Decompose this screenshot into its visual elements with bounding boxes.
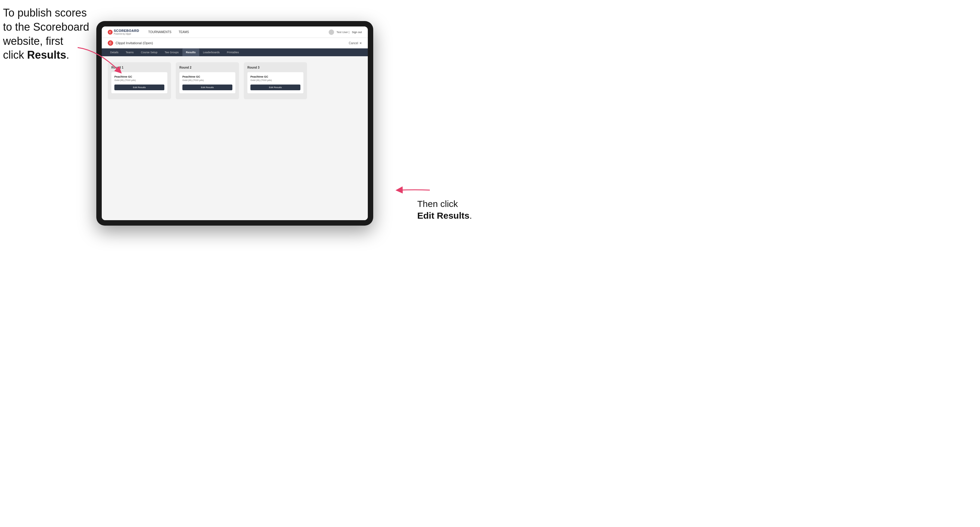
round-2-course-card: Peachtree GC Gold (M) (7010 yds) Edit Re… (180, 72, 235, 93)
round-2-title: Round 2 (180, 66, 235, 69)
instruction-line4: click (3, 49, 27, 61)
tournament-title: Clippd Invitational (Open) (116, 41, 153, 45)
instruction-bottom-punctuation: . (469, 211, 472, 221)
tab-printables[interactable]: Printables (223, 48, 243, 56)
round-2-edit-results-button[interactable]: Edit Results (182, 84, 232, 90)
nav-teams[interactable]: TEAMS (179, 29, 189, 35)
round-3-card: Round 3 Peachtree GC Gold (M) (7010 yds)… (244, 62, 307, 99)
tablet-device: C SCOREBOARD Powered by clippd TOURNAMEN… (96, 21, 373, 225)
user-name: Test User | (337, 31, 350, 34)
tab-results[interactable]: Results (182, 48, 200, 56)
instruction-punctuation: . (66, 49, 69, 61)
sign-out-link[interactable]: Sign out (352, 31, 362, 34)
round-3-course-info: Gold (M) (7010 yds) (250, 79, 301, 81)
round-1-course-card: Peachtree GC Gold (M) (7010 yds) Edit Re… (111, 72, 167, 93)
instruction-line2: to the Scoreboard (3, 21, 89, 33)
cancel-button[interactable]: Cancel ✕ (349, 41, 362, 45)
arrow-to-edit-results (397, 181, 433, 199)
tablet-screen: C SCOREBOARD Powered by clippd TOURNAMEN… (102, 27, 368, 220)
instruction-bold: Results (27, 49, 66, 61)
instruction-top-left: To publish scores to the Scoreboard webs… (3, 6, 89, 62)
logo-c-icon: C (108, 30, 113, 35)
round-2-course-info: Gold (M) (7010 yds) (182, 79, 232, 81)
instruction-bottom-line1: Then click (417, 199, 458, 209)
round-1-course-name: Peachtree GC (115, 75, 164, 78)
tab-bar: Details Teams Course Setup Tee Groups Re… (102, 48, 368, 56)
instruction-line3: website, first (3, 35, 63, 47)
tab-tee-groups[interactable]: Tee Groups (161, 48, 182, 56)
nav-items: TOURNAMENTS TEAMS (148, 29, 329, 35)
instruction-bottom-right: Then click Edit Results. (417, 198, 472, 221)
rounds-grid: Round 1 Peachtree GC Gold (M) (7010 yds)… (108, 62, 362, 99)
round-3-title: Round 3 (247, 66, 303, 69)
close-icon: ✕ (360, 41, 362, 45)
round-3-edit-results-button[interactable]: Edit Results (250, 84, 301, 90)
round-2-course-name: Peachtree GC (182, 75, 232, 78)
user-avatar (329, 30, 334, 35)
logo-text: SCOREBOARD (114, 29, 139, 32)
round-3-course-name: Peachtree GC (250, 75, 301, 78)
round-1-title: Round 1 (111, 66, 167, 69)
logo-text-block: SCOREBOARD Powered by clippd (114, 29, 139, 35)
round-1-card: Round 1 Peachtree GC Gold (M) (7010 yds)… (108, 62, 171, 99)
tournament-c-icon: C (108, 40, 113, 46)
tab-teams[interactable]: Teams (122, 48, 138, 56)
nav-tournaments[interactable]: TOURNAMENTS (148, 29, 171, 35)
instruction-line1: To publish scores (3, 6, 87, 19)
nav-right: Test User | Sign out (329, 30, 362, 35)
logo-area: C SCOREBOARD Powered by clippd (108, 29, 139, 35)
cancel-label: Cancel (349, 41, 358, 45)
top-navbar: C SCOREBOARD Powered by clippd TOURNAMEN… (102, 27, 368, 38)
tournament-header: C Clippd Invitational (Open) Cancel ✕ (102, 38, 368, 48)
tab-course-setup[interactable]: Course Setup (137, 48, 161, 56)
tournament-title-area: C Clippd Invitational (Open) (108, 40, 153, 46)
round-2-card: Round 2 Peachtree GC Gold (M) (7010 yds)… (176, 62, 239, 99)
instruction-bottom-bold: Edit Results (417, 211, 469, 221)
tab-details[interactable]: Details (107, 48, 122, 56)
round-3-course-card: Peachtree GC Gold (M) (7010 yds) Edit Re… (247, 72, 303, 93)
main-content: Round 1 Peachtree GC Gold (M) (7010 yds)… (102, 56, 368, 220)
round-1-edit-results-button[interactable]: Edit Results (115, 84, 164, 90)
round-1-course-info: Gold (M) (7010 yds) (115, 79, 164, 81)
tab-leaderboards[interactable]: Leaderboards (199, 48, 223, 56)
logo-subtitle: Powered by clippd (114, 33, 139, 35)
